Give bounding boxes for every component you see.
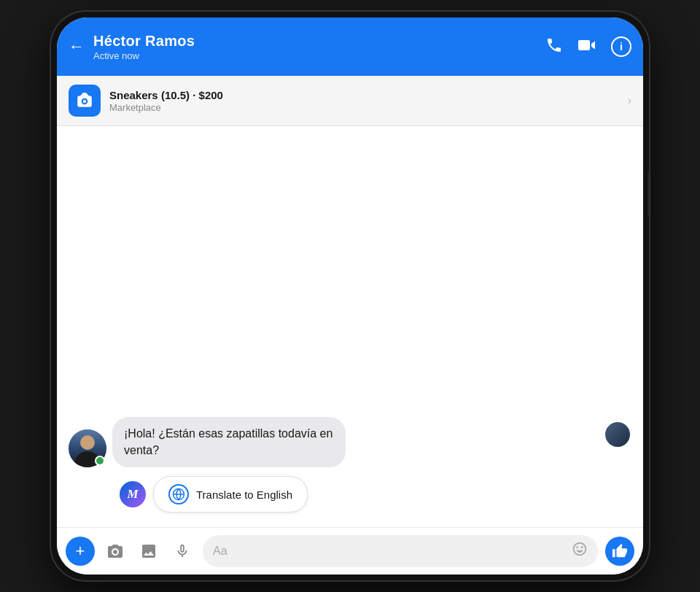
message-text: ¡Hola! ¿Están esas zapatillas todavía en… (124, 427, 332, 456)
message-row: ¡Hola! ¿Están esas zapatillas todavía en… (69, 417, 631, 467)
phone-call-icon[interactable] (545, 36, 563, 58)
my-avatar-small (605, 422, 630, 447)
bottom-toolbar: + Aa (57, 527, 643, 575)
globe-icon (168, 484, 189, 505)
messenger-logo-icon: M (120, 481, 146, 507)
header-action-icons: i (545, 36, 631, 58)
translate-row: M Translate to English (120, 476, 631, 513)
header-info: Héctor Ramos Active now (93, 33, 537, 61)
contact-name: Héctor Ramos (93, 33, 537, 50)
marketplace-subtitle: Marketplace (109, 102, 619, 113)
online-indicator (95, 456, 105, 466)
translate-button-label: Translate to English (196, 488, 292, 501)
add-button[interactable]: + (66, 537, 95, 566)
thumbs-up-button[interactable] (605, 537, 634, 566)
microphone-icon[interactable] (169, 538, 195, 564)
translate-button[interactable]: Translate to English (153, 476, 308, 513)
chat-area: ¡Hola! ¿Están esas zapatillas todavía en… (57, 126, 643, 527)
emoji-picker-icon[interactable] (572, 541, 588, 561)
side-button (648, 172, 649, 216)
gallery-icon[interactable] (136, 538, 162, 564)
info-icon[interactable]: i (611, 36, 631, 57)
incoming-message-bubble: ¡Hola! ¿Están esas zapatillas todavía en… (112, 417, 346, 467)
phone-frame: ← Héctor Ramos Active now (51, 12, 649, 580)
marketplace-info: Sneakers (10.5) · $200 Marketplace (109, 89, 619, 113)
input-placeholder: Aa (213, 545, 566, 558)
phone-screen: ← Héctor Ramos Active now (57, 17, 643, 575)
camera-icon[interactable] (102, 538, 128, 564)
sender-avatar-wrap (69, 429, 106, 467)
back-button[interactable]: ← (69, 37, 85, 56)
message-input[interactable]: Aa (203, 535, 598, 567)
video-call-icon[interactable] (578, 36, 596, 58)
marketplace-chevron-icon: › (628, 94, 631, 107)
chat-header: ← Héctor Ramos Active now (57, 17, 643, 76)
marketplace-icon (69, 85, 101, 117)
marketplace-title: Sneakers (10.5) · $200 (109, 89, 619, 101)
marketplace-banner[interactable]: Sneakers (10.5) · $200 Marketplace › (57, 76, 643, 126)
active-status: Active now (93, 50, 537, 61)
